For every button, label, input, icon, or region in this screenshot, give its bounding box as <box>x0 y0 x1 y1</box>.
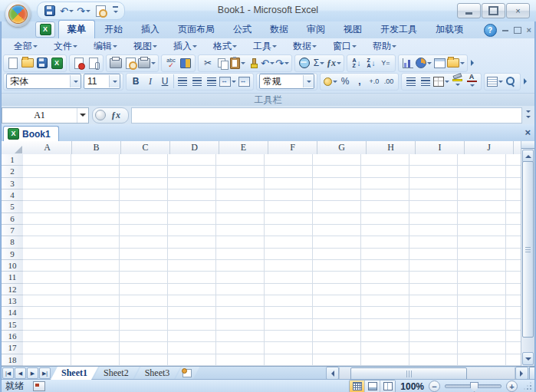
row-header[interactable]: 15 <box>2 319 23 331</box>
zoom-in-button[interactable]: + <box>506 380 518 392</box>
row-header[interactable]: 4 <box>2 189 23 201</box>
column-header[interactable]: G <box>317 141 367 154</box>
decrease-indent-button[interactable] <box>404 74 418 88</box>
row-header[interactable]: 7 <box>2 225 23 236</box>
menu-item[interactable]: 格式 <box>206 38 244 54</box>
first-sheet-button[interactable]: |◀ <box>2 367 14 379</box>
export-excel-button[interactable]: X <box>50 56 64 70</box>
close-button[interactable]: × <box>506 3 530 18</box>
maximize-button[interactable] <box>482 3 505 18</box>
print-button[interactable] <box>109 56 123 70</box>
zoom-button[interactable] <box>504 74 518 88</box>
insert-function-button[interactable]: ƒx <box>327 56 341 70</box>
workbook-minimize-button[interactable] <box>502 30 508 31</box>
row-header[interactable]: 18 <box>2 354 23 366</box>
permission-button[interactable] <box>72 56 86 70</box>
row-header[interactable]: 10 <box>2 260 23 272</box>
row-header[interactable]: 9 <box>2 249 23 260</box>
print-preview-button-toolbar[interactable] <box>123 56 137 70</box>
font-color-button[interactable]: A <box>465 74 478 88</box>
increase-decimal-button[interactable]: +.0 <box>367 74 381 88</box>
page-layout-view-button[interactable] <box>365 380 380 392</box>
prev-sheet-button[interactable]: ◀ <box>15 367 26 379</box>
menu-item[interactable]: 编辑 <box>86 38 124 54</box>
attach-file-button[interactable] <box>87 56 100 70</box>
percent-style-button[interactable]: % <box>338 74 352 88</box>
minimize-button[interactable] <box>457 3 481 18</box>
ribbon-tab[interactable]: 加载项 <box>426 20 472 38</box>
sheet-tab[interactable]: Sheet1 <box>51 367 98 380</box>
page-break-view-button[interactable] <box>380 380 395 392</box>
ribbon-tab[interactable]: 公式 <box>224 20 261 38</box>
ribbon-tab[interactable]: 数据 <box>261 20 298 38</box>
borders-button[interactable] <box>433 74 449 88</box>
scroll-left-button[interactable] <box>326 367 339 380</box>
menu-item[interactable]: 视图 <box>126 38 164 54</box>
sheet-tab[interactable]: Sheet3 <box>134 367 181 380</box>
row-header[interactable]: 11 <box>2 272 23 283</box>
row-header[interactable]: 17 <box>2 342 23 354</box>
align-left-button[interactable] <box>176 74 189 88</box>
document-tab-book1[interactable]: X Book1 <box>3 126 59 141</box>
toolbar-overflow-arrow[interactable] <box>524 78 530 84</box>
autosum-button[interactable]: Σ <box>312 56 326 70</box>
row-header[interactable]: 16 <box>2 331 23 342</box>
ribbon-tab[interactable]: 页面布局 <box>169 20 224 38</box>
format-painter-button[interactable] <box>246 56 260 70</box>
font-size-select[interactable]: 11 <box>84 74 120 89</box>
sheet-tab[interactable]: Sheet2 <box>93 367 140 380</box>
split-handle[interactable] <box>521 141 534 149</box>
column-header[interactable]: D <box>170 141 219 154</box>
ribbon-tab[interactable]: 开始 <box>95 20 132 38</box>
scroll-down-button[interactable] <box>522 352 534 365</box>
column-header[interactable]: A <box>23 141 72 154</box>
record-macro-button[interactable] <box>33 381 45 391</box>
bold-button[interactable]: B <box>129 74 143 88</box>
column-header[interactable]: B <box>72 141 121 154</box>
ribbon-tab[interactable]: 菜单 <box>58 20 95 38</box>
workbook-restore-button[interactable] <box>514 27 521 34</box>
row-header[interactable]: 13 <box>2 295 23 307</box>
column-header[interactable]: H <box>367 141 416 154</box>
column-header[interactable]: E <box>219 141 268 154</box>
resize-grip[interactable] <box>524 382 533 391</box>
undo-button-toolbar[interactable]: ↶ <box>261 56 275 70</box>
menu-item[interactable]: 插入 <box>166 38 204 54</box>
italic-button[interactable]: I <box>143 74 157 88</box>
number-format-select[interactable]: 常规 <box>259 74 314 89</box>
research-button[interactable] <box>179 56 192 70</box>
filter-button[interactable]: Y= <box>379 56 393 70</box>
row-header[interactable]: 5 <box>2 201 23 212</box>
workbook-close-button[interactable]: × <box>527 27 531 34</box>
open-recent-button[interactable] <box>447 56 465 70</box>
vertical-scroll-thumb[interactable] <box>522 161 534 338</box>
wrap-text-button[interactable] <box>237 74 251 88</box>
ribbon-tab[interactable]: 审阅 <box>298 20 334 38</box>
help-button[interactable]: ? <box>484 24 497 37</box>
next-sheet-button[interactable]: ▶ <box>27 367 38 379</box>
scroll-right-button[interactable] <box>515 367 528 380</box>
vertical-scrollbar[interactable] <box>521 141 534 366</box>
save-button-toolbar[interactable] <box>35 56 49 70</box>
hyperlink-button[interactable] <box>298 56 311 70</box>
menu-item[interactable]: 工具 <box>245 38 284 54</box>
ribbon-tab[interactable]: 开发工具 <box>371 20 426 38</box>
row-header[interactable]: 3 <box>2 178 23 189</box>
column-header[interactable]: C <box>121 141 170 154</box>
insert-table-button[interactable] <box>432 56 446 70</box>
zoom-slider-thumb[interactable] <box>470 382 478 392</box>
align-center-button[interactable] <box>190 74 204 88</box>
row-header[interactable]: 2 <box>2 166 23 177</box>
format-cells-button[interactable] <box>487 74 503 88</box>
menu-item[interactable]: 全部 <box>6 38 44 54</box>
underline-button[interactable]: U <box>158 74 172 88</box>
last-sheet-button[interactable]: ▶| <box>39 367 51 379</box>
currency-button[interactable] <box>323 74 337 88</box>
document-tab-close-button[interactable]: × <box>524 127 531 138</box>
ribbon-tab[interactable]: 插入 <box>132 20 169 38</box>
name-box-dropdown[interactable] <box>77 108 88 123</box>
paste-button[interactable] <box>230 56 245 70</box>
horizontal-scroll-track[interactable] <box>339 367 515 379</box>
open-button[interactable] <box>21 56 35 70</box>
column-header[interactable]: F <box>268 141 317 154</box>
